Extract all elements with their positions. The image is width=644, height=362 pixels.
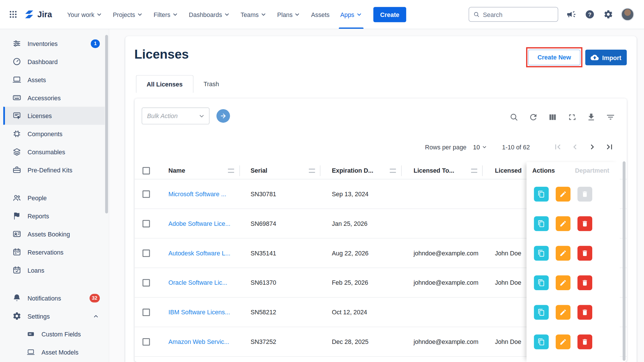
nav-apps[interactable]: Apps: [335, 0, 367, 29]
sidebar-item-inventories[interactable]: Inventories 1: [3, 34, 105, 53]
sidebar-item-assets-booking[interactable]: Assets Booking: [3, 225, 105, 243]
sidebar-item-assets[interactable]: Assets: [3, 71, 105, 89]
column-drag-handle[interactable]: [390, 169, 396, 173]
license-name-link[interactable]: Adobe Software Lice...: [168, 209, 231, 238]
inventory-sliders-icon: [12, 39, 21, 48]
announcements-button[interactable]: [566, 9, 577, 20]
delete-button[interactable]: [578, 334, 592, 349]
create-new-button[interactable]: Create New: [528, 49, 580, 65]
edit-button[interactable]: [556, 334, 570, 349]
nav-filters[interactable]: Filters: [148, 0, 184, 29]
last-page-button[interactable]: [604, 141, 615, 153]
license-name-link[interactable]: Amazon Web Servic...: [168, 327, 229, 357]
licensed-to-cell: johndoe@example.com: [414, 327, 478, 357]
sidebar-item-consumables[interactable]: Consumables: [3, 143, 105, 161]
refresh-icon[interactable]: [528, 112, 538, 122]
edit-button[interactable]: [556, 216, 570, 231]
row-checkbox[interactable]: [143, 220, 150, 228]
tab-trash[interactable]: Trash: [193, 75, 229, 93]
column-header-serial[interactable]: Serial: [250, 162, 267, 179]
bulk-action-submit-button[interactable]: [216, 109, 230, 123]
settings-button[interactable]: [603, 9, 614, 20]
bulk-action-placeholder: Bulk Action: [147, 112, 177, 119]
sidebar-item-people[interactable]: People: [3, 189, 105, 207]
app-switcher-button[interactable]: [6, 7, 20, 22]
clone-button[interactable]: [534, 334, 549, 349]
serial-cell: SN69874: [250, 209, 276, 238]
next-page-button[interactable]: [586, 141, 598, 153]
column-drag-handle[interactable]: [309, 169, 315, 173]
table-search-icon[interactable]: [509, 112, 519, 122]
delete-button[interactable]: [578, 246, 592, 261]
global-create-button[interactable]: Create: [373, 7, 406, 22]
fullscreen-icon[interactable]: [567, 112, 576, 122]
rows-per-page-value: 10: [473, 143, 480, 150]
sidebar-item-loans[interactable]: Loans: [3, 261, 105, 279]
row-checkbox[interactable]: [143, 309, 150, 316]
sidebar-item-components[interactable]: Components: [3, 125, 105, 143]
help-button[interactable]: ?: [584, 9, 595, 20]
filter-icon[interactable]: [605, 112, 615, 122]
nav-your-work[interactable]: Your work: [62, 0, 108, 29]
nav-projects[interactable]: Projects: [108, 0, 148, 29]
sidebar-item-predefined-kits[interactable]: Pre-Defined Kits: [3, 161, 105, 179]
previous-page-button[interactable]: [569, 141, 581, 153]
license-name-link[interactable]: IBM Software Licens...: [168, 298, 230, 327]
edit-button[interactable]: [556, 305, 570, 319]
global-search[interactable]: [469, 7, 558, 22]
chevron-down-icon: [137, 11, 143, 17]
import-button[interactable]: Import: [585, 50, 627, 65]
nav-teams[interactable]: Teams: [235, 0, 272, 29]
row-checkbox[interactable]: [143, 338, 150, 346]
user-avatar[interactable]: [621, 8, 634, 21]
nav-dashboards[interactable]: Dashboards: [183, 0, 235, 29]
row-checkbox[interactable]: [143, 190, 150, 198]
row-checkbox[interactable]: [143, 250, 150, 257]
download-icon[interactable]: [586, 112, 596, 122]
column-drag-handle[interactable]: [228, 169, 234, 173]
sidebar-item-custom-fields[interactable]: Custom Fields: [3, 325, 105, 343]
sidebar-item-asset-models[interactable]: Asset Models: [3, 343, 105, 361]
first-page-button[interactable]: [552, 141, 564, 153]
jira-logo[interactable]: Jira: [24, 9, 52, 20]
column-header-licensed[interactable]: Licensed: [495, 162, 522, 179]
sidebar-item-dashboard[interactable]: Dashboard: [3, 53, 105, 71]
tab-all-licenses[interactable]: All Licenses: [136, 75, 193, 93]
clone-button[interactable]: [534, 216, 549, 231]
delete-button[interactable]: [578, 305, 592, 319]
sidebar-item-settings[interactable]: Settings: [3, 307, 105, 325]
search-input[interactable]: [483, 11, 554, 18]
delete-button-disabled[interactable]: [578, 187, 592, 201]
clone-button[interactable]: [534, 276, 549, 290]
clone-button[interactable]: [534, 305, 549, 319]
sidebar-item-licenses[interactable]: Licenses: [3, 107, 105, 125]
bulk-action-select[interactable]: Bulk Action: [142, 107, 210, 124]
nav-plans[interactable]: Plans: [272, 0, 306, 29]
license-name-link[interactable]: Microsoft Software ...: [168, 179, 226, 209]
nav-assets[interactable]: Assets: [306, 0, 335, 29]
sidebar-item-reports[interactable]: Reports: [3, 207, 105, 225]
license-name-link[interactable]: Autodesk Software L...: [168, 238, 231, 268]
column-header-name[interactable]: Name: [168, 162, 185, 179]
column-drag-handle[interactable]: [471, 169, 477, 173]
view-columns-icon[interactable]: [547, 112, 557, 122]
edit-button[interactable]: [556, 187, 570, 201]
edit-button[interactable]: [556, 246, 570, 261]
clone-button[interactable]: [534, 187, 549, 201]
edit-button[interactable]: [556, 276, 570, 290]
sidebar-item-reservations[interactable]: Reservations: [3, 243, 105, 261]
sidebar-item-notifications[interactable]: Notifications 32: [3, 289, 105, 307]
delete-button[interactable]: [578, 216, 592, 231]
column-header-expiration[interactable]: Expiration D...: [332, 162, 373, 179]
select-all-checkbox[interactable]: [143, 167, 150, 174]
rows-per-page-select[interactable]: 10: [473, 143, 487, 150]
license-name-link[interactable]: Oracle Software Lic...: [168, 268, 227, 298]
row-checkbox[interactable]: [143, 279, 150, 286]
delete-button[interactable]: [578, 276, 592, 290]
sidebar-item-accessories[interactable]: Accessories: [3, 89, 105, 107]
column-header-licensed-to[interactable]: Licensed To...: [414, 162, 454, 179]
clone-button[interactable]: [534, 246, 549, 261]
search-icon: [473, 11, 480, 18]
sidebar-scrollbar[interactable]: [105, 35, 108, 213]
table-scrollbar[interactable]: [623, 161, 626, 361]
